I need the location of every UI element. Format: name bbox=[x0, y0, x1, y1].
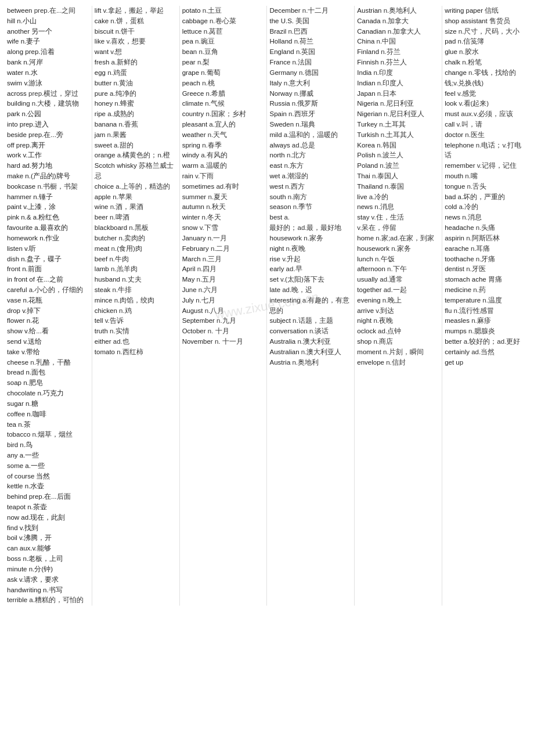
entry-chinese: n.牙痛 bbox=[474, 255, 496, 262]
vocabulary-entry: Finland n.芬兰 bbox=[357, 47, 439, 57]
entry-english: medicine bbox=[445, 286, 471, 293]
vocabulary-entry: France n.法国 bbox=[269, 57, 352, 68]
vocabulary-entry: winter n.冬天 bbox=[182, 213, 265, 223]
vocabulary-entry: Thailand n.泰国 bbox=[357, 182, 439, 192]
entry-english: like bbox=[95, 38, 104, 45]
entry-chinese: v.下雨 bbox=[193, 172, 214, 179]
entry-english: snow bbox=[182, 224, 198, 231]
entry-chinese: n.牛肉 bbox=[107, 255, 129, 262]
entry-chinese: n.八月 bbox=[203, 307, 224, 314]
vocabulary-entry: Nigeria n.尼日利亚 bbox=[357, 99, 439, 109]
vocabulary-entry: want v.想 bbox=[95, 47, 177, 57]
entry-chinese: n.加拿大人 bbox=[386, 28, 421, 35]
vocabulary-entry: cheese n.乳酪，干酪 bbox=[7, 358, 89, 368]
entry-chinese: v.叫，请 bbox=[454, 121, 482, 128]
entry-chinese: n.头痛 bbox=[474, 224, 496, 231]
vocabulary-entry: behind prep.在...后面 bbox=[7, 492, 89, 502]
entry-chinese: n.土豆 bbox=[201, 7, 222, 14]
entry-english: pear bbox=[182, 59, 196, 66]
vocabulary-entry: careful a.小心的，仔细的 bbox=[7, 285, 89, 296]
entry-chinese: n.书橱，书架 bbox=[35, 183, 78, 190]
column-2: lift v.拿起，搬起，举起cake n.饼，蛋糕biscuit n.饼干li… bbox=[92, 6, 180, 606]
vocabulary-entry: earache n.耳痛 bbox=[445, 244, 527, 254]
entry-english: cake bbox=[95, 17, 109, 24]
vocabulary-entry: late ad.晚，迟 bbox=[269, 285, 352, 296]
entry-chinese: n.土耳其 bbox=[377, 121, 406, 128]
entry-chinese: n.牙医 bbox=[464, 265, 486, 272]
entry-chinese: n.羔羊肉 bbox=[109, 265, 138, 272]
entry-chinese: n.胶水 bbox=[457, 48, 479, 55]
entry-chinese: n.鸡蛋 bbox=[106, 69, 127, 76]
entry-chinese: n.天气 bbox=[206, 131, 228, 138]
entry-english: evening bbox=[357, 297, 380, 304]
entry-english: autumn bbox=[182, 203, 204, 210]
entry-chinese: n.麻疹 bbox=[470, 317, 491, 324]
vocabulary-entry: across prep.横过，穿过 bbox=[7, 89, 89, 99]
entry-chinese: n.北方 bbox=[285, 152, 306, 159]
vocabulary-entry: telephone n.电话；v.打电话 bbox=[445, 141, 527, 161]
entry-chinese: n.信笺簿 bbox=[456, 38, 484, 45]
entry-english: moment bbox=[357, 348, 381, 355]
entry-english: Germany bbox=[269, 69, 297, 76]
vocabulary-entry: mild a.温和的，温暖的 bbox=[269, 130, 352, 141]
vocabulary-entry: south n.南方 bbox=[269, 192, 352, 203]
entry-chinese: a.潮湿的 bbox=[280, 172, 308, 179]
entry-english: conversation bbox=[269, 327, 307, 334]
vocabulary-entry: call v.叫，请 bbox=[445, 120, 527, 130]
vocabulary-entry: pad n.信笺簿 bbox=[445, 37, 527, 47]
entry-chinese: 美国 bbox=[294, 17, 309, 24]
entry-chinese: n.香蕉 bbox=[117, 121, 138, 128]
vocabulary-entry: mince n.肉馅，绞肉 bbox=[95, 296, 177, 306]
column-6: writing paper 信纸shop assistant 售货员size n… bbox=[442, 6, 529, 606]
vocabulary-entry: bookcase n.书橱，书架 bbox=[7, 182, 89, 192]
entry-english: husband bbox=[95, 276, 120, 283]
vocabulary-entry: Spain n.西班牙 bbox=[269, 109, 352, 120]
vocabulary-entry: sometimes ad.有时 bbox=[182, 182, 265, 192]
entry-chinese: n.瑞典 bbox=[294, 121, 315, 128]
entry-chinese: n.西红柿 bbox=[115, 348, 143, 355]
vocabulary-entry: warm a.温暖的 bbox=[182, 161, 265, 171]
entry-chinese: n.奥地利 bbox=[290, 359, 319, 366]
entry-chinese: v.感觉 bbox=[456, 90, 476, 97]
entry-chinese: n.粉笔 bbox=[460, 59, 482, 66]
entry-english: potato bbox=[182, 7, 201, 14]
vocabulary-entry: lamb n.羔羊肉 bbox=[95, 264, 177, 275]
vocabulary-entry: another 另一个 bbox=[7, 27, 89, 37]
entry-chinese: n.澳大利亚人 bbox=[300, 348, 342, 355]
entry-english: night bbox=[269, 245, 284, 252]
entry-chinese: n.阿斯匹林 bbox=[464, 235, 500, 242]
entry-chinese: n.芬兰 bbox=[379, 48, 400, 55]
entry-english: pad bbox=[445, 38, 456, 45]
entry-chinese: n.波兰人 bbox=[376, 152, 404, 159]
entry-english: housework bbox=[357, 245, 389, 252]
entry-english: meat bbox=[95, 245, 110, 252]
vocabulary-entry: egg n.鸡蛋 bbox=[95, 68, 177, 78]
vocabulary-entry: housework n.家务 bbox=[269, 233, 352, 244]
entry-chinese: n.下午 bbox=[385, 265, 407, 272]
entry-english: remember bbox=[445, 162, 475, 169]
entry-english: between bbox=[7, 7, 32, 14]
vocabulary-entry: best a. bbox=[269, 213, 352, 223]
entry-chinese: n.南方 bbox=[286, 193, 308, 200]
entry-chinese: n.三月 bbox=[201, 255, 222, 262]
entry-chinese: ad.当然 bbox=[470, 348, 495, 355]
entry-chinese: n.话题，主题 bbox=[291, 317, 333, 324]
vocabulary-entry: some a.一些 bbox=[7, 461, 89, 471]
vocabulary-entry: drop v.掉下 bbox=[7, 306, 89, 316]
vocabulary-entry: north n.北方 bbox=[269, 150, 352, 161]
entry-chinese: n.饼，蛋糕 bbox=[109, 17, 144, 24]
vocabulary-entry: dish n.盘子，碟子 bbox=[7, 254, 89, 265]
entry-chinese: a.较好的；ad.更好 bbox=[462, 338, 521, 345]
entry-chinese: n.卖肉的 bbox=[117, 235, 145, 242]
entry-english: bookcase bbox=[7, 183, 35, 190]
vocabulary-entry: handwriting n.书写 bbox=[7, 585, 89, 596]
vocabulary-entry: news n.消息 bbox=[445, 213, 527, 223]
vocabulary-entry: boil v.沸腾，开 bbox=[7, 533, 89, 543]
vocabulary-entry: season n.季节 bbox=[269, 202, 352, 213]
vocabulary-entry: bank n.河岸 bbox=[7, 57, 89, 68]
vocabulary-entry: hill n.小山 bbox=[7, 16, 89, 27]
entry-english: November bbox=[182, 338, 213, 345]
entry-chinese: ad.早 bbox=[284, 265, 302, 272]
entry-chinese: n.乳酪，干酪 bbox=[28, 359, 71, 366]
vocabulary-entry: Turkish n.土耳其人 bbox=[357, 130, 439, 141]
